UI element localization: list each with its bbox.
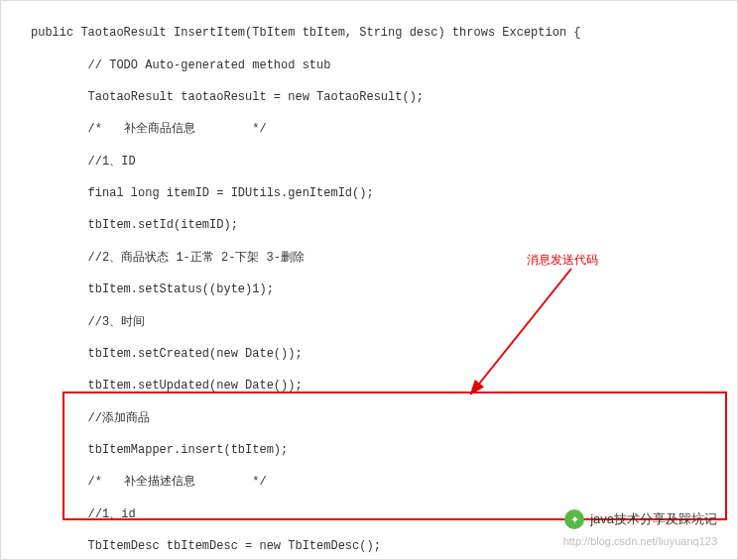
- code-line: /* 补全描述信息 */: [31, 474, 727, 490]
- code-line: // TODO Auto-generated method stub: [31, 57, 727, 73]
- code-line: //1、ID: [31, 154, 727, 169]
- wechat-icon: ✦: [564, 509, 584, 529]
- code-line: tbItem.setCreated(new Date());: [31, 346, 727, 362]
- code-line: //3、时间: [31, 314, 727, 330]
- code-line: //2、商品状态 1-正常 2-下架 3-删除: [31, 250, 727, 266]
- code-line: tbItem.setId(itemID);: [31, 217, 727, 233]
- code-line: tbItem.setUpdated(new Date());: [31, 378, 727, 393]
- code-line: /* 补全商品信息 */: [31, 121, 727, 137]
- code-line: //添加商品: [31, 410, 727, 426]
- watermark-url: http://blog.csdn.net/liuyuanq123: [563, 534, 717, 549]
- watermark-logo: ✦ java技术分享及踩坑记: [564, 509, 717, 529]
- code-line: TaotaoResult taotaoResult = new TaotaoRe…: [31, 89, 727, 105]
- code-block: public TaotaoResult InsertItem(TbItem tb…: [1, 1, 737, 560]
- annotation-label: 消息发送代码: [527, 252, 598, 268]
- code-line: final long itemID = IDUtils.genItemId();: [31, 185, 727, 201]
- code-line: tbItem.setStatus((byte)1);: [31, 281, 727, 297]
- code-line: public TaotaoResult InsertItem(TbItem tb…: [31, 25, 727, 41]
- code-line: tbItemMapper.insert(tbItem);: [31, 442, 727, 458]
- watermark-text: java技术分享及踩坑记: [590, 510, 717, 528]
